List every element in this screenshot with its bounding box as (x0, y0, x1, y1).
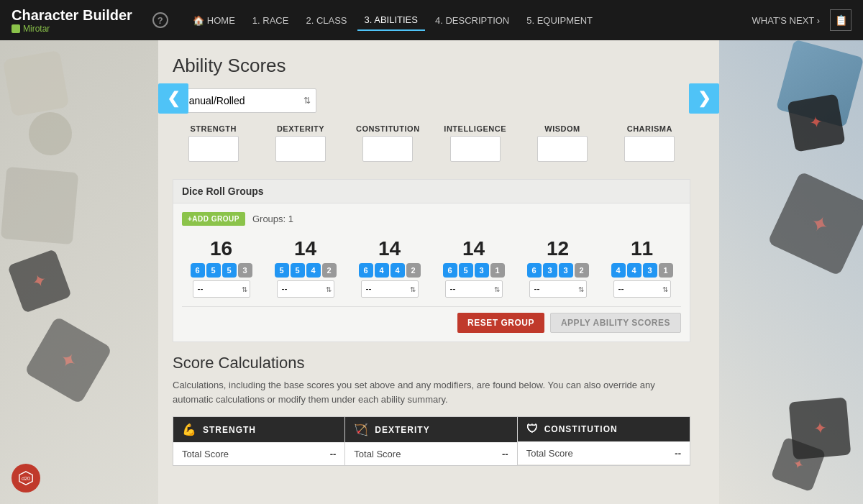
character-sheet-button[interactable]: d20 (12, 464, 40, 492)
constitution-header: 🛡 CONSTITUTION (518, 417, 690, 441)
dice-group-1: 16 6 5 5 3 -- (182, 237, 260, 298)
chip: 6 (359, 263, 373, 278)
score-calculations-section: Score Calculations Calculations, includi… (173, 354, 690, 466)
score-calc-constitution: 🛡 CONSTITUTION Total Score -- (518, 417, 690, 465)
dice-chips-3: 6 4 4 2 (359, 263, 421, 278)
nav-race[interactable]: 1. RACE (245, 11, 296, 30)
chip: 3 (559, 263, 573, 278)
ability-col-constitution: CONSTITUTION (347, 124, 429, 162)
dexterity-header-icon: 🏹 (354, 423, 369, 436)
chip: 6 (527, 263, 542, 278)
dexterity-header: 🏹 DEXTERITY (345, 417, 516, 442)
chip: 6 (443, 263, 457, 278)
ability-scores-title: Ability Scores (173, 55, 690, 77)
method-select[interactable]: Manual/Rolled Standard Array Point Buy (173, 88, 316, 113)
ability-scores-section: Ability Scores Manual/Rolled Standard Ar… (173, 55, 690, 162)
nav-equipment[interactable]: 5. EQUIPMENT (519, 11, 600, 30)
chip: 3 (238, 263, 252, 278)
prev-arrow[interactable]: ❮ (158, 83, 188, 114)
help-button[interactable]: ? (152, 12, 168, 28)
dice-assign-1: -- (193, 280, 250, 298)
dice-group-3: 14 6 4 4 2 -- (350, 237, 429, 298)
ability-grid: STRENGTH DEXTERITY CONSTITUTION INTELLIG… (173, 124, 690, 162)
dice-group-6: 11 4 4 3 1 -- (603, 237, 681, 298)
main-nav: 🏠 HOME 1. RACE 2. CLASS 3. ABILITIES 4. … (186, 9, 851, 31)
chip: 3 (643, 263, 657, 278)
groups-count: Groups: 1 (252, 214, 293, 224)
constitution-total-row: Total Score -- (518, 441, 690, 464)
dice-chips-1: 6 5 5 3 (191, 263, 252, 278)
strength-label: STRENGTH (190, 124, 237, 133)
assign-select-2[interactable]: -- (277, 280, 334, 298)
strength-input[interactable] (188, 136, 239, 162)
score-calc-dexterity: 🏹 DEXTERITY Total Score -- (345, 417, 517, 465)
wisdom-input[interactable] (537, 136, 588, 162)
main-content: Ability Scores Manual/Rolled Standard Ar… (0, 40, 863, 504)
dice-roll-body: +ADD GROUP Groups: 1 16 6 5 5 3 -- (173, 203, 690, 342)
score-calc-desc: Calculations, including the base scores … (173, 378, 690, 406)
whats-next-button[interactable]: WHAT'S NEXT › (745, 11, 827, 30)
add-group-row: +ADD GROUP Groups: 1 (182, 212, 681, 226)
assign-select-3[interactable]: -- (361, 280, 419, 298)
assign-select-4[interactable]: -- (445, 280, 503, 298)
next-arrow[interactable]: ❯ (689, 83, 719, 114)
dice-chips-5: 6 3 3 2 (527, 263, 589, 278)
dice-actions: RESET GROUP APPLY ABILITY SCORES (182, 306, 681, 333)
dice-group-2: 14 5 5 4 2 -- (266, 237, 344, 298)
assign-select-1[interactable]: -- (193, 280, 250, 298)
dice-assign-4: -- (445, 280, 503, 298)
notes-icon[interactable]: 📋 (830, 9, 851, 31)
header: Character Builder Mirotar ? 🏠 HOME 1. RA… (0, 0, 863, 40)
chip: 3 (543, 263, 557, 278)
chip: 5 (459, 263, 473, 278)
ability-col-dexterity: DEXTERITY (260, 124, 341, 162)
dice-assign-2: -- (277, 280, 334, 298)
dice-chips-6: 4 4 3 1 (611, 263, 673, 278)
assign-select-5[interactable]: -- (529, 280, 587, 298)
dice-roll-section: Dice Roll Groups +ADD GROUP Groups: 1 16… (173, 179, 690, 342)
dice-chips-4: 6 5 3 1 (443, 263, 505, 278)
chip: 5 (291, 263, 305, 278)
ability-col-charisma: CHARISMA (609, 124, 690, 162)
reset-group-button[interactable]: RESET GROUP (457, 313, 544, 333)
chip: 4 (391, 263, 405, 278)
chip: 5 (222, 263, 237, 278)
nav-home[interactable]: 🏠 HOME (186, 11, 242, 30)
dice-assign-5: -- (529, 280, 587, 298)
chip: 1 (659, 263, 673, 278)
charisma-label: CHARISMA (627, 124, 672, 133)
apply-scores-button[interactable]: APPLY ABILITY SCORES (550, 313, 681, 333)
constitution-label: CONSTITUTION (356, 124, 420, 133)
chip: 1 (490, 263, 505, 278)
chip: 4 (306, 263, 321, 278)
dexterity-label: DEXTERITY (277, 124, 324, 133)
score-calc-title: Score Calculations (173, 354, 690, 372)
nav-class[interactable]: 2. CLASS (298, 11, 354, 30)
chip: 2 (322, 263, 337, 278)
ability-col-wisdom: WISDOM (521, 124, 603, 162)
chip: 2 (575, 263, 589, 278)
strength-header: 💪 STRENGTH (173, 417, 344, 442)
constitution-header-icon: 🛡 (526, 423, 539, 436)
add-group-button[interactable]: +ADD GROUP (182, 212, 245, 226)
nav-description[interactable]: 4. DESCRIPTION (428, 11, 516, 30)
dice-total-2: 14 (294, 237, 316, 260)
d20-icon: d20 (18, 470, 34, 486)
intelligence-input[interactable] (450, 136, 501, 162)
chip: 4 (375, 263, 389, 278)
dice-group-4: 14 6 5 3 1 -- (434, 237, 513, 298)
dice-groups-row: 16 6 5 5 3 -- 14 5 5 (182, 237, 681, 298)
dice-total-3: 14 (378, 237, 401, 260)
dexterity-input[interactable] (275, 136, 326, 162)
dice-roll-header: Dice Roll Groups (173, 180, 690, 203)
charisma-input[interactable] (624, 136, 675, 162)
wisdom-label: WISDOM (544, 124, 580, 133)
score-calc-strength: 💪 STRENGTH Total Score -- (173, 417, 345, 465)
nav-abilities[interactable]: 3. ABILITIES (357, 10, 425, 31)
app-title: Character Builder (12, 6, 132, 24)
dice-total-1: 16 (210, 237, 232, 260)
chip: 4 (611, 263, 626, 278)
assign-select-6[interactable]: -- (613, 280, 671, 298)
intelligence-label: INTELLIGENCE (444, 124, 506, 133)
constitution-input[interactable] (362, 136, 413, 162)
